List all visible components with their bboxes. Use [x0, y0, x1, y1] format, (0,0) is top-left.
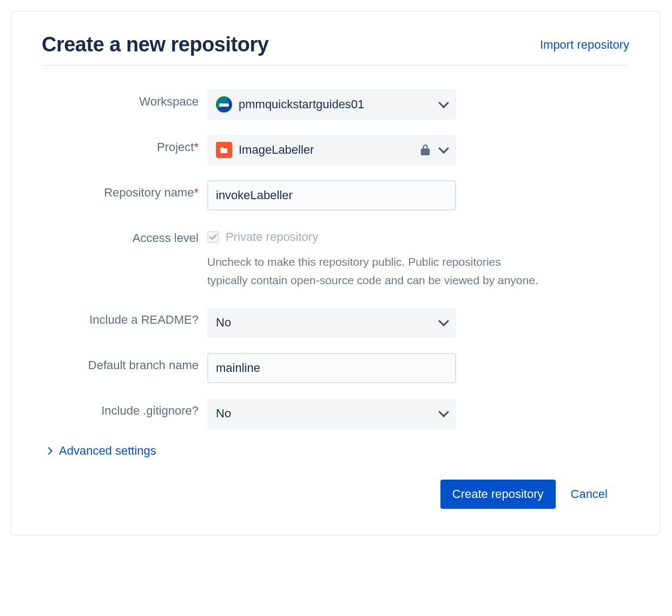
- create-repository-button[interactable]: Create repository: [440, 480, 556, 509]
- default-branch-label: Default branch name: [88, 358, 199, 372]
- workspace-value: pmmquickstartguides01: [239, 97, 364, 112]
- readme-label: Include a README?: [89, 313, 199, 326]
- project-label: Project*: [157, 140, 199, 154]
- page-title: Create a new repository: [42, 33, 268, 56]
- private-repo-label: Private repository: [226, 230, 318, 244]
- lock-icon: [420, 145, 430, 155]
- repo-name-label: Repository name*: [104, 186, 199, 199]
- chevron-down-icon: [438, 143, 449, 154]
- repo-name-input[interactable]: [207, 180, 456, 211]
- advanced-settings-link[interactable]: Advanced settings: [59, 444, 156, 458]
- header-row: Create a new repository Import repositor…: [42, 33, 629, 65]
- readme-value: No: [216, 316, 231, 330]
- private-repo-checkbox[interactable]: [207, 231, 219, 243]
- cancel-button[interactable]: Cancel: [571, 487, 608, 501]
- project-folder-icon: [216, 142, 232, 158]
- project-select[interactable]: ImageLabeller: [207, 135, 456, 165]
- chevron-down-icon: [438, 407, 449, 417]
- access-level-label: Access level: [133, 231, 199, 245]
- readme-select[interactable]: No: [207, 307, 456, 338]
- gitignore-value: No: [216, 407, 231, 421]
- workspace-label: Workspace: [139, 95, 199, 108]
- chevron-down-icon: [438, 316, 449, 326]
- project-value: ImageLabeller: [239, 143, 314, 157]
- default-branch-input[interactable]: [207, 353, 456, 383]
- workspace-avatar-icon: [216, 96, 232, 113]
- workspace-select[interactable]: pmmquickstartguides01: [207, 89, 456, 120]
- gitignore-label: Include .gitignore?: [101, 404, 199, 417]
- access-help-text: Uncheck to make this repository public. …: [207, 253, 543, 289]
- chevron-right-icon: [45, 447, 52, 455]
- create-repo-card: Create a new repository Import repositor…: [11, 11, 660, 535]
- chevron-down-icon: [438, 97, 449, 108]
- advanced-settings-toggle[interactable]: Advanced settings: [42, 444, 629, 458]
- import-repository-link[interactable]: Import repository: [540, 38, 629, 52]
- gitignore-select[interactable]: No: [207, 398, 456, 429]
- form-footer: Create repository Cancel: [42, 480, 629, 509]
